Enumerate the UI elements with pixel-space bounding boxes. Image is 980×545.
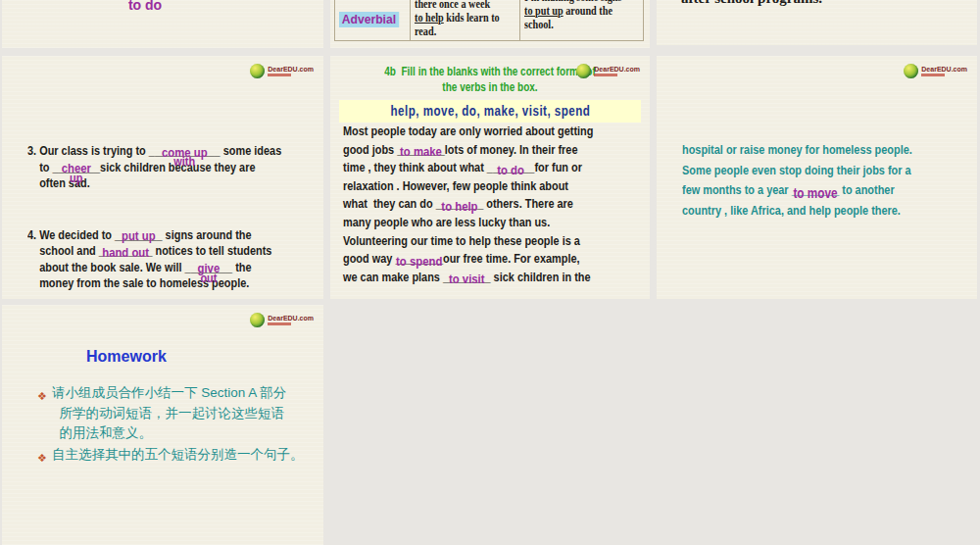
fill-blank: ________giveout	[185, 260, 233, 276]
underlined-phrase: to help	[415, 11, 444, 25]
fill-blank: ________to do	[487, 159, 535, 177]
cell-text: there once a week	[415, 0, 490, 11]
logo-brand-text: DearEDU.com	[921, 66, 967, 73]
slide-top-middle[interactable]: Adverbial there once a week to help kids…	[330, 0, 650, 48]
fill-blank: ________to make	[397, 141, 445, 160]
homework-list: ❖ 请小组成员合作小结一下 Section A 部分 所学的动词短语，并一起讨论…	[37, 383, 312, 469]
answer-overlay-below: up	[70, 172, 82, 184]
underlined-phrase: to put up	[524, 4, 564, 18]
slide-top-left[interactable]: to do	[2, 0, 323, 48]
answer-overlay-below: out	[200, 272, 217, 284]
slide-homework[interactable]: DearEDU.com Homework ❖ 请小组成员合作小结一下 Secti…	[2, 305, 323, 545]
sentence-text: 4. We decided to	[27, 227, 115, 242]
answer-overlay: to help	[441, 200, 477, 213]
answer-overlay: put up	[122, 229, 156, 242]
table-header-cell: Adverbial	[335, 0, 410, 40]
bullet-text: 请小组成员合作小结一下 Section A 部分 所学的动词短语，并一起讨论这些…	[52, 383, 286, 444]
fill-blank: ________to spend	[395, 250, 443, 269]
adverbial-label: Adverbial	[339, 12, 399, 27]
answer-overlay: hand out	[102, 246, 149, 259]
logo-globe-icon	[576, 64, 591, 78]
logo-globe-icon	[250, 64, 265, 78]
fill-blank: _________hand out	[99, 243, 153, 260]
logo-subline	[921, 74, 945, 76]
logo-brand-text: DearEDU.com	[594, 66, 640, 73]
bullet-item: ❖ 自主选择其中的五个短语分别造一个句子。	[37, 445, 312, 469]
table-cell: I'm making some signs to put up around t…	[519, 0, 643, 40]
fill-blank: ________to help	[436, 195, 484, 214]
dearedu-logo: DearEDU.com	[904, 64, 967, 78]
logo-globe-icon	[904, 64, 918, 78]
answer-overlay: to visit	[449, 272, 485, 285]
homework-title: Homework	[86, 348, 167, 366]
heading-line: 4b Fill in the blanks with the correct f…	[384, 65, 596, 78]
answer-overlay-below: with	[173, 155, 195, 168]
dearedu-logo: DearEDU.com	[576, 64, 640, 78]
logo-subline	[594, 74, 617, 76]
bullet-text: 自主选择其中的五个短语分别造一个句子。	[52, 445, 304, 469]
logo-subline	[268, 322, 291, 325]
diamond-bullet-icon: ❖	[37, 386, 47, 444]
slide-continuation[interactable]: DearEDU.com hospital or raise money for …	[657, 56, 977, 299]
slide-exercise-4b[interactable]: DearEDU.com 4b Fill in the blanks with t…	[330, 56, 650, 299]
exercise-text: 3. Our class is trying to ____________co…	[27, 111, 323, 299]
heading-line: the verbs in the box.	[442, 80, 537, 94]
logo-subline	[268, 74, 291, 76]
grammar-table: Adverbial there once a week to help kids…	[334, 0, 644, 41]
fill-blank: ________put up	[115, 227, 163, 244]
slide-text: hospital or raise money for homeless peo…	[682, 140, 977, 221]
table-cell: there once a week to help kids learn to …	[410, 0, 519, 40]
fill-blank: ________to move	[792, 180, 840, 201]
sentence-text: sick children in the	[491, 270, 591, 284]
slide-exercise-3-4[interactable]: DearEDU.com 3. Our class is trying to __…	[2, 56, 323, 299]
bullet-item: ❖ 请小组成员合作小结一下 Section A 部分 所学的动词短语，并一起讨论…	[37, 383, 312, 444]
verb-list: help, move, do, make, visit, spend	[390, 103, 590, 119]
fill-blank: ________cheerup	[52, 160, 100, 176]
answer-overlay: to move	[793, 187, 837, 200]
slide-text: after school programs.	[681, 0, 822, 7]
logo-brand-text: DearEDU.com	[268, 66, 314, 73]
diamond-bullet-icon: ❖	[37, 448, 47, 469]
fill-blank: ________to visit	[443, 269, 491, 287]
sentence-text: 3. Our class is trying to	[27, 143, 149, 158]
dearedu-logo: DearEDU.com	[250, 313, 314, 327]
logo-brand-text: DearEDU.com	[268, 315, 314, 322]
logo-globe-icon	[250, 313, 265, 327]
dearedu-logo: DearEDU.com	[250, 64, 314, 78]
answer-overlay: to do	[2, 0, 306, 13]
fill-blank: ____________come upwith	[149, 143, 220, 160]
slide-top-right[interactable]: after school programs.	[657, 0, 977, 45]
answer-overlay: to make	[400, 145, 442, 158]
verb-box: help, move, do, make, visit, spend	[339, 100, 641, 123]
answer-overlay: to spend	[396, 255, 442, 268]
exercise-text: Most people today are only worried about…	[343, 123, 648, 286]
answer-overlay: to do	[497, 164, 524, 176]
